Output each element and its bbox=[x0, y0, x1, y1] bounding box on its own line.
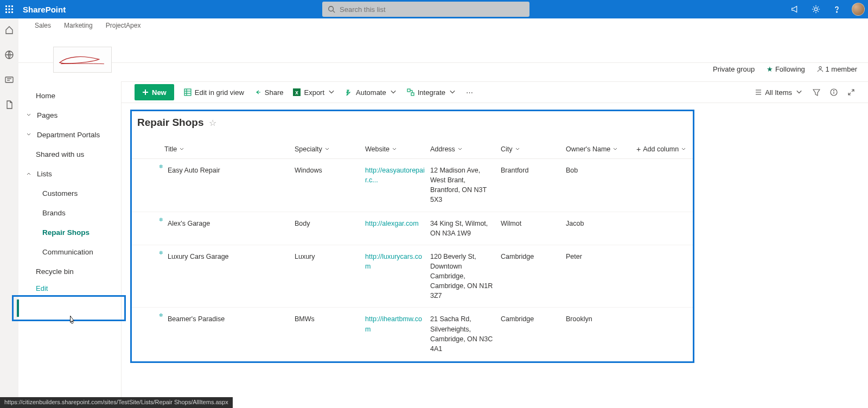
table-row[interactable]: ✲Luxury Cars GarageLuxuryhttp://luxuryca… bbox=[132, 245, 693, 308]
nav-communication[interactable]: Communication bbox=[18, 242, 121, 262]
avatar[interactable] bbox=[852, 3, 865, 16]
nav-shared-with-us[interactable]: Shared with us bbox=[18, 144, 121, 164]
main-content: Repair Shops ☆ Title Specialty Website A… bbox=[122, 103, 868, 408]
integrate-icon bbox=[407, 88, 414, 96]
svg-point-11 bbox=[814, 8, 817, 10]
hub-link-marketing[interactable]: Marketing bbox=[64, 22, 93, 29]
cell-website[interactable]: http://alexgar.com bbox=[365, 219, 430, 228]
megaphone-icon[interactable] bbox=[790, 4, 801, 15]
cell-owner: Bob bbox=[566, 165, 636, 175]
excel-icon: x bbox=[293, 88, 301, 96]
cell-owner: Peter bbox=[566, 252, 636, 262]
nav-pages[interactable]: Pages bbox=[18, 105, 121, 125]
view-selector[interactable]: All Items bbox=[754, 88, 803, 97]
grid-icon bbox=[184, 88, 192, 96]
cell-specialty: Body bbox=[295, 219, 365, 228]
col-owner[interactable]: Owner's Name bbox=[566, 145, 636, 153]
nav-edit-link[interactable]: Edit bbox=[18, 284, 121, 292]
flow-icon bbox=[345, 88, 353, 96]
svg-point-17 bbox=[819, 67, 822, 69]
chevron-down-icon bbox=[26, 132, 31, 137]
chevron-down-icon bbox=[795, 88, 803, 96]
site-info-row: Private group ★ Following 1 member bbox=[713, 65, 857, 73]
cell-title[interactable]: ✲Luxury Cars Garage bbox=[164, 252, 295, 262]
list-icon bbox=[754, 88, 762, 96]
members-link[interactable]: 1 member bbox=[817, 65, 857, 73]
chevron-down-icon bbox=[449, 88, 456, 96]
brand-label[interactable]: SharePoint bbox=[18, 5, 66, 14]
new-item-icon: ✲ bbox=[159, 163, 163, 170]
add-column-button[interactable]: +Add column bbox=[636, 145, 696, 154]
col-website[interactable]: Website bbox=[365, 145, 430, 153]
chevron-down-icon bbox=[324, 146, 330, 152]
hub-link-projectapex[interactable]: ProjectApex bbox=[106, 22, 141, 29]
cell-title[interactable]: ✲Alex's Garage bbox=[164, 219, 295, 228]
cell-website[interactable]: http://iheartbmw.com bbox=[365, 314, 430, 334]
export-button[interactable]: xExport bbox=[293, 88, 335, 97]
nav-repair-shops[interactable]: Repair Shops bbox=[18, 222, 121, 242]
privacy-label: Private group bbox=[713, 65, 755, 73]
info-button[interactable] bbox=[830, 88, 838, 96]
favorite-star-icon[interactable]: ☆ bbox=[209, 118, 216, 128]
nav-brands[interactable]: Brands bbox=[18, 203, 121, 222]
star-filled-icon: ★ bbox=[767, 65, 773, 73]
expand-button[interactable] bbox=[847, 88, 855, 96]
search-input[interactable] bbox=[340, 5, 524, 14]
cell-specialty: BMWs bbox=[295, 314, 365, 324]
col-address[interactable]: Address bbox=[430, 145, 501, 153]
nav-department-portals[interactable]: Department Portals bbox=[18, 125, 121, 144]
app-launcher-icon[interactable] bbox=[0, 0, 18, 18]
cell-address: 12 Madison Ave, West Brant, Brantford, O… bbox=[430, 165, 501, 205]
svg-rect-8 bbox=[11, 11, 13, 13]
person-icon bbox=[817, 66, 824, 72]
nav-home[interactable]: Home bbox=[18, 86, 121, 105]
help-icon[interactable] bbox=[831, 4, 842, 15]
cell-city: Wilmot bbox=[501, 219, 566, 228]
svg-rect-4 bbox=[9, 9, 10, 10]
cell-website[interactable]: http://easyautorepair.c... bbox=[365, 165, 430, 185]
gear-icon[interactable] bbox=[810, 4, 821, 15]
chevron-down-icon bbox=[457, 146, 463, 152]
hub-link-sales[interactable]: Sales bbox=[35, 22, 51, 29]
more-button[interactable]: ⋯ bbox=[466, 88, 473, 97]
svg-rect-26 bbox=[407, 89, 410, 92]
nav-lists[interactable]: Lists bbox=[18, 164, 121, 183]
globe-icon[interactable] bbox=[4, 50, 14, 60]
home-icon[interactable] bbox=[4, 25, 14, 35]
share-button[interactable]: Share bbox=[254, 88, 284, 97]
table-row[interactable]: ✲Easy Auto RepairWindowshttp://easyautor… bbox=[132, 159, 693, 212]
app-rail bbox=[0, 18, 18, 408]
search-box[interactable] bbox=[322, 2, 529, 17]
file-icon[interactable] bbox=[4, 100, 14, 110]
site-logo[interactable] bbox=[53, 47, 112, 73]
cell-specialty: Luxury bbox=[295, 252, 365, 262]
table-row[interactable]: ✲Beamer's ParadiseBMWshttp://iheartbmw.c… bbox=[132, 308, 693, 360]
cell-city: Cambridge bbox=[501, 252, 566, 262]
integrate-button[interactable]: Integrate bbox=[407, 88, 456, 97]
svg-rect-2 bbox=[11, 5, 13, 7]
news-icon[interactable] bbox=[4, 75, 14, 85]
following-toggle[interactable]: ★ Following bbox=[767, 65, 805, 73]
cell-title[interactable]: ✲Easy Auto Repair bbox=[164, 165, 295, 175]
chevron-down-icon bbox=[26, 112, 31, 118]
content-highlight-box: Repair Shops ☆ Title Specialty Website A… bbox=[130, 110, 694, 363]
nav-selection-bar bbox=[17, 299, 19, 317]
chevron-down-icon bbox=[390, 88, 397, 96]
svg-point-12 bbox=[837, 11, 838, 12]
svg-rect-20 bbox=[184, 89, 191, 95]
automate-button[interactable]: Automate bbox=[345, 88, 397, 97]
new-button[interactable]: New bbox=[135, 84, 174, 100]
svg-point-36 bbox=[71, 321, 73, 323]
nav-recycle-bin[interactable]: Recycle bin bbox=[18, 262, 121, 281]
table-row[interactable]: ✲Alex's GarageBodyhttp://alexgar.com34 K… bbox=[132, 212, 693, 245]
col-title[interactable]: Title bbox=[164, 145, 295, 153]
cell-title[interactable]: ✲Beamer's Paradise bbox=[164, 314, 295, 324]
edit-grid-button[interactable]: Edit in grid view bbox=[184, 88, 244, 97]
col-city[interactable]: City bbox=[501, 145, 566, 153]
col-specialty[interactable]: Specialty bbox=[295, 145, 365, 153]
filter-button[interactable] bbox=[813, 88, 820, 96]
nav-customers[interactable]: Customers bbox=[18, 183, 121, 203]
cell-owner: Brooklyn bbox=[566, 314, 636, 324]
search-icon bbox=[328, 5, 335, 13]
cell-website[interactable]: http://luxurycars.com bbox=[365, 252, 430, 271]
